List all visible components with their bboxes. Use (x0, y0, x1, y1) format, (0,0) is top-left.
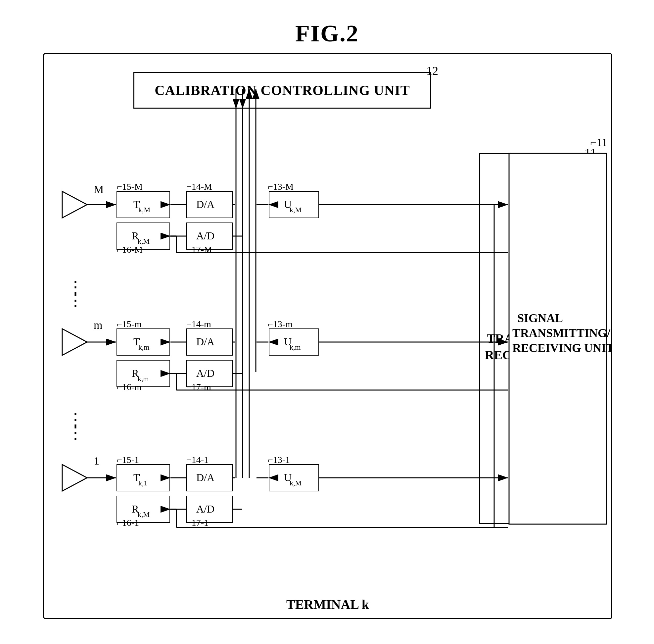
svg-text:⌐16-M: ⌐16-M (117, 244, 143, 255)
svg-text:R: R (132, 367, 139, 379)
svg-rect-87 (117, 496, 170, 523)
svg-rect-13 (186, 191, 233, 218)
svg-text:k,M: k,M (289, 206, 302, 214)
svg-text:1: 1 (94, 455, 99, 467)
svg-text:R: R (132, 230, 139, 242)
outer-container: CALIBRATION CONTROLLING UNIT 12 SIGNALTR… (43, 53, 612, 619)
svg-text:k,M: k,M (138, 237, 149, 245)
svg-rect-57 (269, 329, 319, 355)
svg-text:A/D: A/D (196, 503, 214, 515)
svg-text:⌐13-M: ⌐13-M (268, 181, 294, 192)
svg-marker-81 (62, 464, 87, 491)
svg-text:⌐15-m: ⌐15-m (117, 319, 142, 329)
svg-text:M: M (94, 183, 103, 196)
svg-text:⌐17-1: ⌐17-1 (186, 518, 209, 528)
svg-text:T: T (133, 336, 140, 348)
svg-text:m: m (94, 319, 102, 331)
svg-text:⋮: ⋮ (67, 410, 84, 429)
svg-rect-7 (117, 191, 170, 218)
svg-text:U: U (284, 336, 291, 348)
svg-text:T: T (133, 198, 140, 210)
ccu-label: CALIBRATION CONTROLLING UNIT (155, 83, 410, 98)
terminal-label: TERMINAL k (286, 597, 369, 612)
svg-text:A/D: A/D (196, 230, 214, 242)
stru-ref: 11 (584, 146, 596, 160)
svg-text:T: T (133, 472, 140, 483)
svg-marker-44 (62, 329, 87, 355)
svg-text:⋮: ⋮ (67, 291, 84, 309)
svg-text:U: U (284, 472, 291, 483)
svg-rect-92 (186, 496, 233, 523)
svg-text:k,M: k,M (138, 206, 150, 214)
svg-rect-90 (186, 464, 233, 491)
page-title: FIG.2 (0, 20, 654, 47)
svg-rect-50 (117, 360, 170, 387)
svg-marker-4 (62, 191, 87, 218)
svg-text:⌐13-m: ⌐13-m (268, 319, 293, 329)
stru-box: SIGNALTRANSMITTING/RECEIVING UNIT (479, 153, 598, 524)
svg-text:⌐14-M: ⌐14-M (186, 181, 212, 192)
svg-text:A/D: A/D (196, 367, 214, 379)
svg-text:⌐13-1: ⌐13-1 (268, 455, 290, 465)
svg-text:R: R (132, 503, 139, 515)
svg-text:k,M: k,M (138, 510, 149, 519)
svg-rect-10 (117, 223, 170, 249)
svg-rect-17 (269, 191, 319, 218)
svg-text:⌐14-m: ⌐14-m (186, 319, 211, 329)
svg-text:⌐14-1: ⌐14-1 (186, 455, 209, 465)
svg-text:⋮: ⋮ (67, 423, 84, 442)
svg-rect-15 (186, 223, 233, 249)
svg-text:⋮: ⋮ (67, 277, 84, 296)
svg-text:k,M: k,M (289, 479, 302, 487)
svg-text:D/A: D/A (196, 336, 214, 348)
svg-text:⌐17-m: ⌐17-m (186, 382, 211, 392)
svg-text:⌐15-M: ⌐15-M (117, 181, 143, 192)
svg-text:⌐17-M: ⌐17-M (186, 244, 212, 255)
svg-text:k,m: k,m (138, 343, 149, 351)
ccu-box: CALIBRATION CONTROLLING UNIT (133, 72, 431, 109)
stru-label: SIGNALTRANSMITTING/RECEIVING UNIT (485, 314, 592, 363)
svg-text:D/A: D/A (196, 198, 214, 210)
svg-rect-53 (186, 329, 233, 355)
svg-text:k,1: k,1 (138, 479, 148, 487)
svg-text:D/A: D/A (196, 472, 214, 483)
svg-text:⌐15-1: ⌐15-1 (117, 455, 139, 465)
svg-rect-94 (269, 464, 319, 491)
svg-text:⌐16-m: ⌐16-m (117, 382, 142, 392)
svg-text:⌐16-1: ⌐16-1 (117, 518, 139, 528)
svg-rect-47 (117, 329, 170, 355)
svg-text:U: U (284, 198, 291, 210)
ccu-ref: 12 (426, 64, 438, 78)
svg-text:k,m: k,m (289, 343, 301, 351)
svg-text:k,m: k,m (138, 374, 149, 383)
svg-rect-84 (117, 464, 170, 491)
svg-rect-55 (186, 360, 233, 387)
